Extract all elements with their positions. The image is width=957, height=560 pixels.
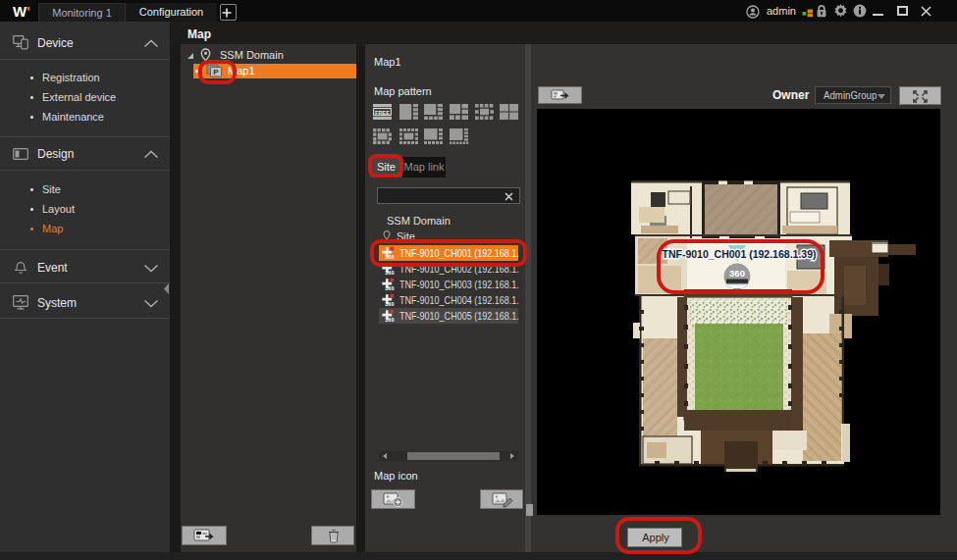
svg-text:360: 360 [385,285,394,291]
svg-text:FREE: FREE [375,110,390,116]
svg-text:360: 360 [385,301,394,307]
svg-text:360: 360 [385,317,394,323]
svg-text:360: 360 [385,270,394,276]
